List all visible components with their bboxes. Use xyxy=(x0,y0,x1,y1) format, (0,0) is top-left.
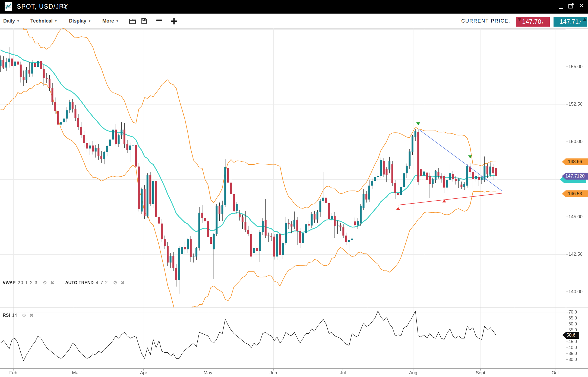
rsi-params: 14 xyxy=(12,313,17,318)
x-axis-month-label: Jul xyxy=(335,370,351,376)
rsi-indicator-row: RSI 14 ⚙ ✖ ↑ xyxy=(3,312,41,319)
vwap-indicator-row: VWAP 20 1 2 3 ⚙ ✖ AUTO TREND 4 7 2 ⚙ ✖ xyxy=(3,280,127,286)
auto-trend-params: 4 7 2 xyxy=(96,280,108,285)
rsi-axis-label: 60.0 xyxy=(568,322,585,327)
x-axis-month-label: Sept xyxy=(472,370,489,376)
rsi-axis-label: 40.0 xyxy=(568,345,585,350)
rsi-axis-label: 30.0 xyxy=(568,357,585,362)
vwap-label: VWAP xyxy=(3,280,15,285)
vwap-params: 20 1 2 3 xyxy=(18,280,38,285)
price-axis-label: 155.00 xyxy=(568,64,588,69)
price-axis-label: 152.50 xyxy=(568,102,588,107)
auto-trend-remove-icon[interactable]: ✖ xyxy=(119,280,127,286)
rsi-axis-label: 55.0 xyxy=(568,328,585,332)
auto-trend-settings-gear-icon[interactable]: ⚙ xyxy=(111,280,119,286)
upper-band-price-tag: 148.66 xyxy=(562,158,588,165)
price-axis-label: 145.00 xyxy=(568,214,588,220)
rsi-settings-gear-icon[interactable]: ⚙ xyxy=(20,312,28,318)
price-axis-label: 140.00 xyxy=(568,289,588,294)
price-axis-label: 150.00 xyxy=(568,139,588,144)
x-axis-month-label: Mar xyxy=(68,370,84,376)
x-axis-month-label: Feb xyxy=(5,370,21,376)
vwap-remove-icon[interactable]: ✖ xyxy=(49,280,56,286)
current-price-tag: 147.7120 xyxy=(562,173,588,180)
x-axis-month-label: Oct xyxy=(547,370,563,376)
rsi-move-up-icon[interactable]: ↑ xyxy=(35,312,41,318)
rsi-label: RSI xyxy=(3,313,10,318)
price-chart-canvas[interactable] xyxy=(0,0,588,377)
lower-band-price-tag: 146.53 xyxy=(562,190,588,197)
x-axis-month-label: Jun xyxy=(265,370,282,376)
trading-app-window: SPOT, USD/JPY ✕ Daily▼ Technical▼ Displa… xyxy=(0,0,588,377)
x-axis-month-label: Apr xyxy=(135,370,152,376)
x-axis-month-label: Aug xyxy=(405,370,421,376)
vwap-settings-gear-icon[interactable]: ⚙ xyxy=(41,280,49,286)
rsi-axis-label: 65.0 xyxy=(568,316,585,321)
rsi-remove-icon[interactable]: ✖ xyxy=(28,312,35,318)
auto-trend-label: AUTO TREND xyxy=(65,280,94,285)
x-axis-month-label: May xyxy=(200,370,216,376)
rsi-axis-label: 35.0 xyxy=(568,351,585,356)
rsi-axis-label: 45.0 xyxy=(568,339,585,344)
rsi-axis-label: 70.0 xyxy=(568,310,585,315)
price-axis-label: 142.50 xyxy=(568,252,588,257)
